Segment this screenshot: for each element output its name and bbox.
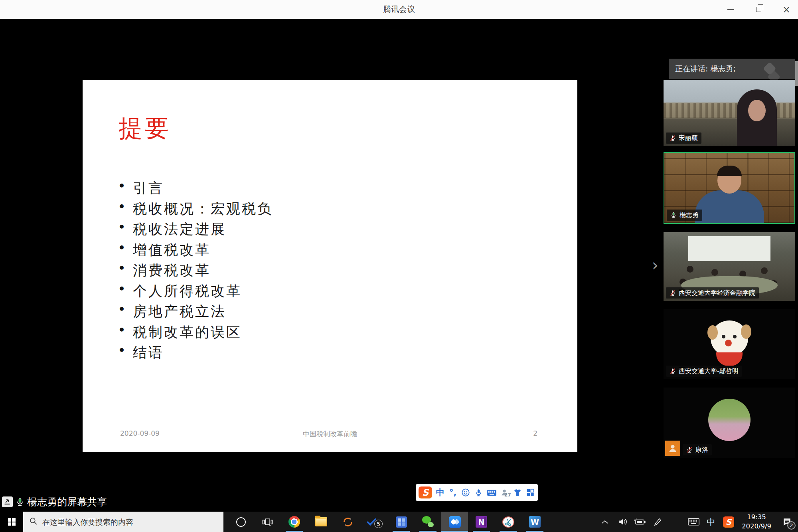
tencent-meeting-window: 腾讯会议 × 提要 引言 税收概况：宏观税负 税收法定进展 增值税改革 消费税改… [0,0,798,532]
mic-muted-icon [686,447,693,453]
cartoon-avatar [711,320,748,356]
taskbar-clock[interactable]: 19:35 2020/9/9 [737,513,776,531]
ime-skin-badge: 27 [504,492,511,498]
video-tile-2-speaking[interactable]: 楊志勇 [664,152,795,224]
keyboard-icon [688,518,699,526]
sogou-tray-button[interactable]: S [720,512,737,532]
cortana-button[interactable] [227,512,254,532]
task-view-icon [262,517,273,527]
scissors-icon [502,516,514,528]
slide-bullet: 增值税改革 [118,241,273,261]
voice-input-icon[interactable] [474,488,484,497]
ime-punctuation-button[interactable]: °, [448,488,458,497]
close-icon: × [782,5,790,14]
taskbar: 5 N W [0,512,798,532]
mic-on-icon [16,498,24,506]
sidebar-collapse-button[interactable]: › [648,255,662,275]
pinned-app-button[interactable] [388,512,415,532]
video-tile-3[interactable]: 西安交通大学经济金融学院 [664,232,795,301]
file-explorer-button[interactable] [308,512,334,532]
window-titlebar: 腾讯会议 × [0,0,798,19]
onenote-button[interactable]: N [468,512,495,532]
search-icon [29,517,38,527]
cortana-icon [236,517,246,527]
sogou-logo-icon[interactable]: S [419,487,432,498]
toolbox-grid-icon[interactable] [525,488,535,497]
ime-mode-indicator[interactable]: 中 [702,512,720,532]
emoji-icon[interactable] [461,488,470,497]
system-tray: 中 S 19:35 2020/9/9 2 [596,512,798,532]
tray-expand-button[interactable] [596,512,614,532]
mic-on-icon [670,212,677,218]
restore-button[interactable] [753,4,764,16]
chevron-right-icon: › [652,256,658,274]
ime-toolbar: S 中 °, 27 [416,484,538,501]
word-icon: W [529,516,541,528]
participant-name: 楊志勇 [679,211,699,220]
windows-ink-button[interactable] [649,512,666,532]
slide-bullet: 税制改革的误区 [118,323,273,344]
mic-muted-icon [670,135,676,141]
video-tile-1[interactable]: 宋丽颖 [664,80,795,146]
slide-page-number: 2 [533,429,537,437]
ime-profile-icon[interactable]: 27 [500,488,510,497]
slide-bullet: 房地产税立法 [118,302,273,323]
participant-name: 康洛 [695,446,708,454]
ime-mode-button[interactable]: 中 [435,487,445,498]
todo-app-button[interactable]: 5 [361,512,388,532]
minimize-button[interactable] [725,4,737,16]
pen-icon [653,517,662,527]
slide-title: 提要 [119,113,171,145]
sync-app-button[interactable] [334,512,361,532]
taskbar-search[interactable] [23,512,223,532]
restore-icon [756,7,761,12]
participant-figure [737,89,777,146]
slide-bullet: 消费税改革 [118,261,273,282]
slide-bullet: 结语 [118,343,273,364]
action-center-button[interactable]: 2 [776,512,798,532]
windows-logo-icon [8,518,16,526]
participant-name: 宋丽颖 [679,134,698,142]
start-button[interactable] [0,512,23,532]
participant-figure [695,190,764,223]
soft-keyboard-icon[interactable] [487,489,497,496]
screen-share-icon [2,496,13,507]
participant-nameplate: 西安交通大学经济金融学院 [666,287,759,299]
battery-button[interactable] [631,512,649,532]
clock-time: 19:35 [737,513,776,522]
shared-screen-slide: 提要 引言 税收概况：宏观税负 税收法定进展 增值税改革 消费税改革 个人所得税… [83,80,577,452]
slide-footer-title: 中国税制改革前瞻 [83,429,577,439]
participant-figure [687,266,693,273]
chrome-button[interactable] [281,512,308,532]
sidebar-scrollbar[interactable] [795,61,798,86]
touch-keyboard-button[interactable] [685,512,702,532]
slide-bullet: 个人所得税改革 [118,282,273,303]
slide-bullet-list: 引言 税收概况：宏观税负 税收法定进展 增值税改革 消费税改革 个人所得税改革 … [118,179,273,364]
video-tile-4[interactable]: 西安交通大学-鄢哲明 [664,309,795,379]
file-explorer-icon [315,517,327,526]
search-input[interactable] [42,518,214,526]
snipping-app-button[interactable] [495,512,521,532]
todo-count-badge: 5 [374,520,383,528]
speaking-banner: 正在讲话: 楊志勇; [669,59,795,79]
profile-photo [708,399,751,441]
close-button[interactable]: × [780,4,792,16]
word-button[interactable]: W [521,512,548,532]
slide-bullet: 税收概况：宏观税负 [118,200,273,220]
video-tile-5[interactable]: 康洛 [664,388,795,458]
volume-button[interactable] [614,512,631,532]
participant-nameplate: 宋丽颖 [666,133,701,144]
pinned-app-icon [396,516,407,528]
window-controls: × [725,0,792,19]
cartoon-avatar [716,352,743,366]
window-title: 腾讯会议 [0,0,798,19]
participant-nameplate: 楊志勇 [667,210,702,221]
onenote-icon: N [476,516,487,528]
slide-bullet: 引言 [118,179,273,200]
mic-muted-icon [670,290,676,296]
slide-footer: 2020-09-09 中国税制改革前瞻 2 [83,429,577,441]
wechat-button[interactable] [415,512,441,532]
tencent-meeting-button[interactable] [441,512,468,532]
skin-shirt-icon[interactable] [513,488,522,497]
task-view-button[interactable] [254,512,281,532]
